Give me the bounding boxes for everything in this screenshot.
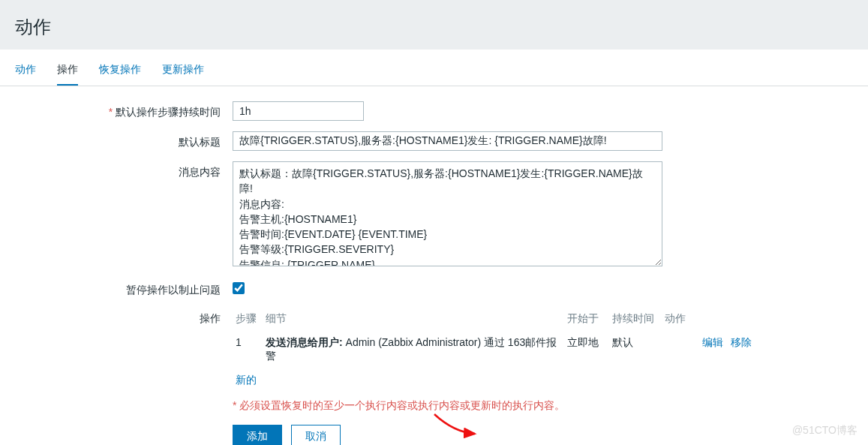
col-step: 步骤: [236, 312, 266, 326]
add-button[interactable]: 添加: [233, 425, 282, 445]
col-duration: 持续时间: [612, 312, 665, 326]
cancel-button[interactable]: 取消: [291, 425, 341, 445]
label-duration: 默认操作步骤持续时间: [0, 101, 233, 119]
label-subject: 默认标题: [0, 131, 233, 149]
cell-detail: 发送消息给用户: Admin (Zabbix Administrator) 通过…: [266, 336, 567, 363]
operations-table: 步骤 细节 开始于 持续时间 动作 1 发送消息给用户: Admin (Zabb…: [233, 308, 773, 392]
cell-start: 立即地: [567, 336, 612, 350]
remove-link[interactable]: 移除: [731, 336, 752, 348]
cell-duration: 默认: [612, 336, 665, 350]
tab-action[interactable]: 动作: [15, 56, 36, 86]
operations-header: 步骤 细节 开始于 持续时间 动作: [233, 308, 773, 333]
col-start: 开始于: [567, 312, 612, 326]
tabs: 动作 操作 恢复操作 更新操作: [0, 56, 868, 86]
table-row: 1 发送消息给用户: Admin (Zabbix Administrator) …: [233, 333, 773, 371]
cell-actions: 编辑 移除: [702, 336, 770, 350]
tab-update[interactable]: 更新操作: [162, 56, 204, 86]
default-step-duration-input[interactable]: [233, 101, 364, 121]
col-detail: 细节: [266, 312, 567, 326]
edit-link[interactable]: 编辑: [702, 336, 723, 348]
page-title: 动作: [15, 15, 853, 39]
validation-message: * 必须设置恢复时的至少一个执行内容或执行内容或更新时的执行内容。: [233, 399, 868, 413]
tab-operation[interactable]: 操作: [57, 56, 78, 86]
watermark: @51CTO博客: [792, 424, 857, 437]
label-operations: 操作: [0, 308, 233, 326]
default-subject-input[interactable]: [233, 131, 662, 151]
label-message: 消息内容: [0, 161, 233, 179]
pause-checkbox[interactable]: [233, 282, 245, 294]
col-action: 动作: [665, 312, 702, 326]
tab-recovery[interactable]: 恢复操作: [99, 56, 141, 86]
label-pause: 暂停操作以制止问题: [0, 279, 233, 297]
cell-step: 1: [236, 336, 266, 348]
message-content-textarea[interactable]: 默认标题：故障{TRIGGER.STATUS},服务器:{HOSTNAME1}发…: [233, 161, 662, 266]
new-operation-link[interactable]: 新的: [233, 371, 260, 392]
